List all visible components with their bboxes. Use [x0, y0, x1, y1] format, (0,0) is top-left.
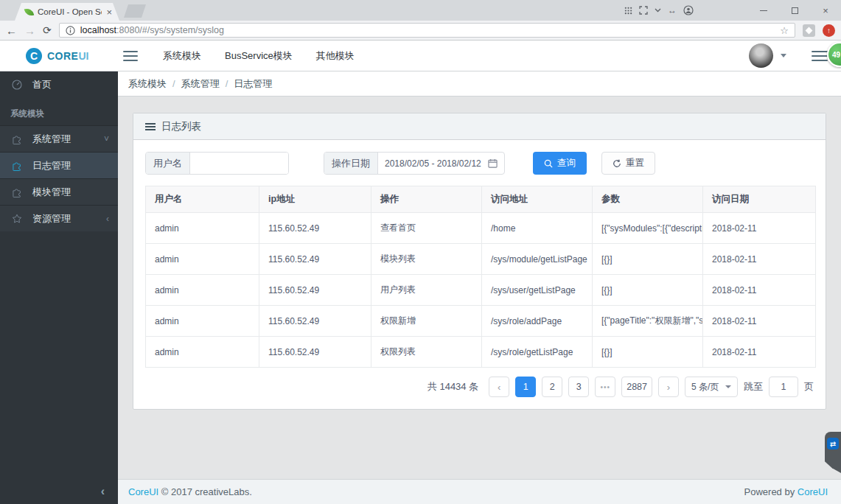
diamond-icon	[806, 27, 813, 34]
log-list-card: 日志列表 用户名 操作日期 2018/02/05 - 2018/02/12 查询	[133, 113, 826, 410]
cell-operation: 权限列表	[371, 337, 482, 368]
cell-ip: 115.60.52.49	[259, 337, 371, 368]
extension-update-icon[interactable]: ↑	[823, 24, 835, 37]
footer-coreui-link[interactable]: CoreUI	[128, 486, 158, 497]
pagination-next-button[interactable]: ›	[658, 377, 679, 397]
table-row[interactable]: admin 115.60.52.49 模块列表 /sys/module/getL…	[146, 244, 816, 275]
top-nav-item[interactable]: BusService模块	[213, 49, 304, 63]
search-icon	[544, 159, 553, 168]
app-header: C COREUI 系统模块BusService模块其他模块 49	[0, 41, 841, 71]
date-range-value[interactable]: 2018/02/05 - 2018/02/12	[378, 153, 488, 174]
tab-close-icon[interactable]: ×	[106, 7, 112, 17]
page-size-value: 5 条/页	[691, 381, 719, 393]
sidebar-item-system-management[interactable]: 系统管理 ˅	[0, 125, 118, 152]
address-bar[interactable]: localhost:8080/#/sys/system/syslog ☆	[59, 23, 795, 38]
forward-button[interactable]: →	[24, 24, 35, 37]
search-button[interactable]: 查询	[533, 152, 587, 175]
table-header-cell: 访问地址	[482, 186, 593, 213]
back-button[interactable]: ←	[6, 24, 17, 37]
profile-icon[interactable]	[683, 5, 694, 15]
puzzle-icon	[10, 133, 24, 145]
table-header-cell: ip地址	[259, 186, 371, 213]
cell-operation: 用户列表	[371, 275, 482, 306]
top-nav-item[interactable]: 系统模块	[151, 49, 213, 63]
list-icon	[145, 123, 156, 130]
brand-ui-text: UI	[78, 50, 88, 62]
table-row[interactable]: admin 115.60.52.49 用户列表 /sys/user/getLis…	[146, 275, 816, 306]
cell-params: [{"sysModules":[{"descripti...	[593, 213, 703, 244]
grid-icon[interactable]	[624, 7, 632, 15]
sidebar-item-label: 模块管理	[32, 186, 71, 199]
footer-powered-link[interactable]: CoreUI	[798, 486, 828, 497]
cell-ip: 115.60.52.49	[259, 244, 371, 275]
pagination-page-2[interactable]: 2	[542, 377, 562, 397]
pagination-last-page[interactable]: 2887	[621, 377, 652, 397]
calendar-icon[interactable]	[488, 153, 504, 174]
cell-url: /sys/role/getListPage	[482, 337, 593, 368]
chevron-down-icon[interactable]	[655, 8, 661, 13]
user-avatar[interactable]	[749, 43, 773, 68]
browser-tab[interactable]: CoreUI - Open Source ×	[15, 3, 119, 21]
table-row[interactable]: admin 115.60.52.49 权限新增 /sys/role/addPag…	[146, 306, 816, 337]
sidebar-item-log-management[interactable]: 日志管理	[0, 152, 118, 178]
cell-params: [{}]	[593, 244, 703, 275]
reload-button[interactable]: ⟳	[43, 24, 52, 36]
page-size-select[interactable]: 5 条/页	[685, 377, 738, 397]
info-icon[interactable]	[66, 26, 75, 35]
resize-arrows-icon[interactable]: ↔	[668, 5, 677, 15]
breadcrumb-separator: /	[226, 78, 228, 89]
cell-username: admin	[146, 213, 259, 244]
brand-core-text: CORE	[47, 50, 78, 62]
sidebar-item-resource-management[interactable]: 资源管理 ‹	[0, 205, 118, 231]
username-group: 用户名	[145, 152, 289, 175]
window-maximize-button[interactable]	[779, 0, 810, 21]
card-title: 日志列表	[161, 120, 201, 133]
refresh-icon	[613, 159, 621, 168]
cell-url: /sys/user/getListPage	[482, 275, 593, 306]
username-input[interactable]	[190, 153, 288, 174]
coreui-logo[interactable]: C COREUI	[26, 48, 114, 64]
avatar-caret-icon[interactable]	[781, 54, 786, 57]
sidebar-toggler-button[interactable]	[123, 51, 138, 61]
table-row[interactable]: admin 115.60.52.49 权限列表 /sys/role/getLis…	[146, 337, 816, 368]
table-row[interactable]: admin 115.60.52.49 查看首页 /home [{"sysModu…	[146, 213, 816, 244]
table-header-row: 用户名ip地址操作访问地址参数访问日期	[146, 186, 816, 213]
browser-titlebar: CoreUI - Open Source × ↔ ×	[0, 0, 841, 21]
pagination-ellipsis[interactable]: •••	[595, 377, 615, 397]
cell-date: 2018-02-11	[703, 337, 816, 368]
pagination-prev-button[interactable]: ‹	[489, 377, 509, 397]
main-content: 日志列表 用户名 操作日期 2018/02/05 - 2018/02/12 查询	[118, 97, 841, 479]
extension-icon[interactable]	[803, 24, 815, 37]
pagination-page-1[interactable]: 1	[515, 377, 536, 397]
date-range-group[interactable]: 操作日期 2018/02/05 - 2018/02/12	[324, 152, 505, 175]
window-close-button[interactable]: ×	[810, 0, 841, 21]
breadcrumb-separator: /	[172, 78, 175, 89]
sidebar-minimizer-button[interactable]: ‹	[0, 479, 118, 504]
breadcrumb-item[interactable]: 系统管理	[181, 77, 220, 91]
username-label: 用户名	[146, 153, 190, 174]
reset-button[interactable]: 重置	[601, 152, 655, 175]
star-icon	[10, 213, 24, 225]
sidebar-item-home[interactable]: 首页	[0, 71, 118, 98]
pagination-page-3[interactable]: 3	[568, 377, 589, 397]
new-tab-button[interactable]	[124, 4, 146, 18]
cell-operation: 查看首页	[371, 213, 482, 244]
sidebar: 首页 系统模块 系统管理 ˅ 日志管理 模块管理 资源管理 ‹ ‹	[0, 71, 118, 504]
breadcrumb: 系统模块 / 系统管理 / 日志管理	[118, 71, 841, 97]
date-label: 操作日期	[324, 153, 378, 174]
breadcrumb-item[interactable]: 系统模块	[128, 77, 167, 91]
jump-page-input[interactable]	[769, 377, 798, 397]
top-nav-item[interactable]: 其他模块	[304, 49, 366, 63]
hamburger-icon	[123, 51, 138, 61]
favicon-leaf-icon	[24, 7, 34, 16]
footer-copyright: © 2017 creativeLabs.	[161, 486, 252, 497]
expand-icon[interactable]	[639, 6, 648, 15]
aside-toggler-icon[interactable]	[812, 51, 828, 61]
cell-params: [{"pageTitle":"权限新增","sy...	[593, 306, 703, 337]
cell-username: admin	[146, 306, 259, 337]
sidebar-item-module-management[interactable]: 模块管理	[0, 178, 118, 205]
url-host: localhost	[80, 25, 116, 35]
bookmark-star-icon[interactable]: ☆	[780, 25, 789, 36]
cell-ip: 115.60.52.49	[259, 306, 371, 337]
window-minimize-button[interactable]	[748, 0, 779, 21]
